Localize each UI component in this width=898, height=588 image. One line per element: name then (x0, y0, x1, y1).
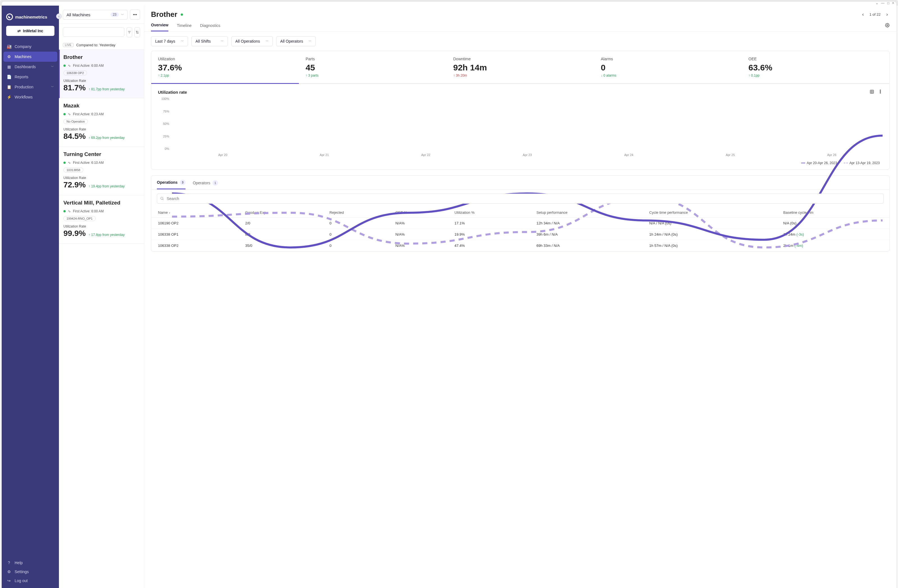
filter-select[interactable]: All Operations﹀ (231, 36, 273, 46)
kpi-utilization: Utilization 37.6% ↑ 2.1pp (151, 55, 299, 78)
filter-label: All Operators (280, 39, 303, 43)
filter-label: All Shifts (195, 39, 211, 43)
machine-group-select[interactable]: All Machines 23 ﹀ (63, 10, 128, 20)
tab-timeline[interactable]: Timeline (177, 23, 191, 31)
kpi-value: 45 (306, 63, 440, 72)
chart-series-line (172, 197, 883, 247)
kpi-label: Utilization (158, 57, 292, 61)
company-icon: 🏭 (7, 45, 11, 49)
x-tick: Apr 26 (827, 153, 836, 157)
machine-name: Turning Center (63, 151, 140, 158)
filter-select[interactable]: All Shifts﹀ (191, 36, 228, 46)
sidebar-item-help[interactable]: ?Help (2, 558, 59, 567)
x-tick: Apr 22 (421, 153, 430, 157)
pager-prev-button[interactable]: ‹ (860, 11, 866, 18)
svg-point-10 (161, 197, 163, 200)
sidebar-item-label: Log out (15, 579, 28, 583)
pager-next-button[interactable]: › (884, 11, 890, 18)
minimize-icon[interactable]: — (881, 1, 884, 5)
operations-search-input[interactable] (157, 193, 884, 204)
first-active-label: First Active: 6:00 AM (73, 209, 103, 213)
kpi-alarms: Alarms 0 ↓ 0 alarms (594, 55, 742, 78)
sidebar-collapse-button[interactable]: ‹ (56, 14, 62, 19)
machine-item[interactable]: Vertical Mill, Palletized ∿ First Active… (59, 195, 144, 244)
pager-label: 1 of 22 (869, 12, 881, 17)
sidebar-item-label: Workflows (15, 95, 32, 99)
machine-item[interactable]: Brother ∿ First Active: 6:00 AM 106338 O… (59, 50, 144, 98)
filter-select[interactable]: All Operators﹀ (276, 36, 316, 46)
machine-item[interactable]: Mazak ∿ First Active: 6:23 AM No Operati… (59, 98, 144, 147)
machine-item[interactable]: Turning Center ∿ First Active: 6:10 AM 1… (59, 147, 144, 195)
filter-label: Last 7 days (155, 39, 175, 43)
tab-settings-button[interactable] (885, 23, 890, 28)
logo-icon (6, 14, 13, 20)
x-tick: Apr 21 (320, 153, 329, 157)
kpi-label: Parts (306, 57, 440, 61)
first-active-label: First Active: 6:00 AM (73, 64, 103, 68)
maximize-icon[interactable]: □ (887, 1, 889, 5)
chevron-down-icon[interactable]: ⌄ (875, 1, 878, 5)
y-tick: 25% (158, 135, 169, 138)
company-switcher-button[interactable]: ⇄ InMetal Inc (6, 26, 54, 36)
y-tick: 75% (158, 110, 169, 113)
sidebar-item-machines[interactable]: ⚙Machines (3, 52, 57, 62)
close-icon[interactable]: × (892, 1, 894, 5)
sidebar-item-reports[interactable]: 📄Reports (2, 72, 59, 82)
kpi-value: 37.6% (158, 63, 292, 72)
util-rate-label: Utilization Rate (63, 224, 140, 228)
nav-bottom-menu: ?Help⚙Settings↪Log out (2, 558, 59, 588)
tab-overview[interactable]: Overview (151, 23, 168, 31)
filter-select[interactable]: Last 7 days﹀ (151, 36, 188, 46)
sidebar-item-label: Company (15, 45, 31, 49)
sidebar-item-dashboards[interactable]: ▦Dashboards﹀ (2, 62, 59, 72)
chart-table-toggle[interactable] (870, 89, 874, 95)
sidebar-item-log-out[interactable]: ↪Log out (2, 576, 59, 585)
kpi-label: Alarms (601, 57, 735, 61)
more-options-button[interactable]: ••• (130, 9, 140, 20)
status-dot (63, 210, 66, 212)
machine-search-input[interactable] (63, 27, 124, 37)
first-active-label: First Active: 6:23 AM (73, 112, 103, 116)
chevron-down-icon: ﹀ (266, 39, 269, 43)
y-tick: 0% (158, 147, 169, 150)
settings-icon: ⚙ (7, 570, 11, 574)
live-badge: LIVE (63, 43, 74, 47)
sidebar-item-production[interactable]: 📋Production﹀ (2, 82, 59, 92)
svg-line-11 (163, 199, 164, 200)
tab-diagnostics[interactable]: Diagnostics (200, 23, 220, 31)
kpi-card: Utilization 37.6% ↑ 2.1ppParts 45 ↑ 3 pa… (151, 51, 890, 170)
sort-button[interactable] (134, 27, 140, 37)
status-dot (181, 14, 183, 16)
machine-list[interactable]: Brother ∿ First Active: 6:00 AM 106338 O… (59, 50, 144, 588)
x-tick: Apr 23 (523, 153, 532, 157)
filter-label: All Operations (235, 39, 260, 43)
brand-name: machinemetrics (15, 15, 47, 19)
machine-name: Brother (63, 54, 140, 61)
util-delta: ↑ 17.8pp from yesterday (88, 233, 125, 237)
util-delta: ↑ 19.4pp from yesterday (88, 184, 125, 188)
chevron-down-icon: ﹀ (181, 39, 184, 43)
workflows-icon: ⚡ (7, 95, 11, 99)
chevron-down-icon: ﹀ (121, 12, 124, 17)
util-rate-label: Utilization Rate (63, 176, 140, 180)
logo: machinemetrics (2, 11, 59, 26)
utilization-chart: 100%75%50%25%0% Apr 20Apr 21Apr 22Apr 23… (158, 97, 883, 159)
kpi-label: OEE (749, 57, 883, 61)
status-dot (63, 113, 66, 115)
sidebar-item-settings[interactable]: ⚙Settings (2, 567, 59, 576)
kpi-value: 63.6% (749, 63, 883, 72)
dots-icon: ••• (133, 12, 137, 17)
kpi-oee: OEE 63.6% ↑ 0.1pp (742, 55, 889, 78)
main-content: Brother ‹ 1 of 22 › OverviewTimelineDiag… (144, 6, 896, 588)
kpi-label: Downtime (453, 57, 587, 61)
svg-point-5 (887, 25, 888, 26)
sidebar-item-workflows[interactable]: ⚡Workflows (2, 92, 59, 102)
util-value: 81.7% (63, 83, 86, 92)
sidebar-item-company[interactable]: 🏭Company (2, 41, 59, 52)
activity-icon: ∿ (68, 64, 71, 68)
sidebar: ‹ machinemetrics ⇄ InMetal Inc 🏭Company⚙… (2, 6, 59, 588)
filter-button[interactable] (126, 27, 132, 37)
chart-menu-button[interactable]: ••• (878, 89, 883, 95)
window-controls[interactable]: ⌄ — □ × (875, 0, 895, 6)
operation-tag: No Operation (63, 119, 88, 124)
